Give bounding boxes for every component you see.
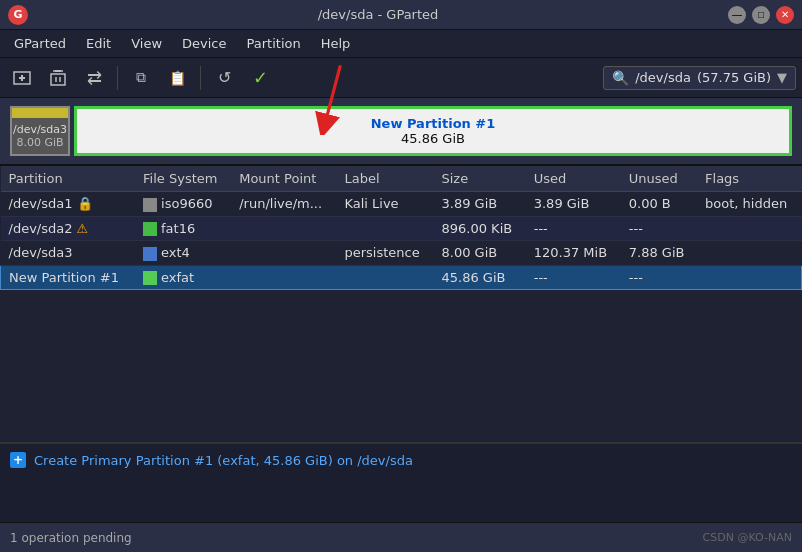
app-icon: G <box>8 5 28 25</box>
menu-view[interactable]: View <box>123 33 170 54</box>
minimize-button[interactable]: — <box>728 6 746 24</box>
cell-label <box>336 265 433 290</box>
titlebar: G /dev/sda - GParted — □ ✕ <box>0 0 802 30</box>
partition-table-body: /dev/sda1 🔒 iso9660 /run/live/m... Kali … <box>1 192 802 290</box>
cell-label <box>336 216 433 241</box>
menu-help[interactable]: Help <box>313 33 359 54</box>
cell-flags <box>697 241 801 266</box>
cell-used: 120.37 MiB <box>526 241 621 266</box>
table-row[interactable]: /dev/sda3 ext4 persistence 8.00 GiB 120.… <box>1 241 802 266</box>
close-button[interactable]: ✕ <box>776 6 794 24</box>
cell-size: 896.00 KiB <box>434 216 526 241</box>
ops-item-text: Create Primary Partition #1 (exfat, 45.8… <box>34 453 413 468</box>
fs-color-swatch <box>143 222 157 236</box>
delete-button[interactable] <box>42 63 74 93</box>
window-title: /dev/sda - GParted <box>28 7 728 22</box>
cell-filesystem: fat16 <box>135 216 231 241</box>
ops-add-icon: + <box>10 452 26 468</box>
cell-label: Kali Live <box>336 192 433 217</box>
svg-rect-3 <box>51 74 65 85</box>
status-text: 1 operation pending <box>10 531 132 545</box>
toolbar-separator-1 <box>117 66 118 90</box>
statusbar: 1 operation pending CSDN @KO-NAN <box>0 522 802 552</box>
cell-partition: /dev/sda1 🔒 <box>1 192 136 217</box>
col-header-flags: Flags <box>697 166 801 192</box>
part-large-name: New Partition #1 <box>371 116 496 131</box>
cell-flags: boot, hidden <box>697 192 801 217</box>
menu-gparted[interactable]: GParted <box>6 33 74 54</box>
menu-edit[interactable]: Edit <box>78 33 119 54</box>
partition-warning-icon: 🔒 <box>77 196 93 211</box>
col-header-unused: Unused <box>621 166 697 192</box>
cell-used: --- <box>526 216 621 241</box>
col-header-label: Label <box>336 166 433 192</box>
device-name: /dev/sda <box>635 70 691 85</box>
table-row[interactable]: New Partition #1 exfat 45.86 GiB --- --- <box>1 265 802 290</box>
table-row[interactable]: /dev/sda1 🔒 iso9660 /run/live/m... Kali … <box>1 192 802 217</box>
device-selector[interactable]: 🔍 /dev/sda (57.75 GiB) ▼ <box>603 66 796 90</box>
cell-flags <box>697 216 801 241</box>
toolbar-separator-2 <box>200 66 201 90</box>
col-header-filesystem: File System <box>135 166 231 192</box>
menu-partition[interactable]: Partition <box>239 33 309 54</box>
table-row[interactable]: /dev/sda2 ⚠ fat16 896.00 KiB --- --- <box>1 216 802 241</box>
copy-button[interactable]: ⧉ <box>125 63 157 93</box>
resize-move-button[interactable]: ⇄ <box>78 63 110 93</box>
cell-filesystem: iso9660 <box>135 192 231 217</box>
cell-mount: /run/live/m... <box>231 192 336 217</box>
menu-device[interactable]: Device <box>174 33 234 54</box>
part-small-name: /dev/sda3 <box>13 123 67 136</box>
col-header-used: Used <box>526 166 621 192</box>
cell-used: --- <box>526 265 621 290</box>
cell-unused: --- <box>621 265 697 290</box>
cell-mount <box>231 241 336 266</box>
cell-partition: New Partition #1 <box>1 265 136 290</box>
part-yellow-strip <box>12 108 68 118</box>
paste-button[interactable]: 📋 <box>161 63 193 93</box>
table-header-row: Partition File System Mount Point Label … <box>1 166 802 192</box>
cell-partition: /dev/sda2 ⚠ <box>1 216 136 241</box>
part-large-size: 45.86 GiB <box>401 131 465 146</box>
cell-mount <box>231 216 336 241</box>
col-header-size: Size <box>434 166 526 192</box>
cell-filesystem: ext4 <box>135 241 231 266</box>
device-size: (57.75 GiB) <box>697 70 771 85</box>
cell-mount <box>231 265 336 290</box>
cell-partition: /dev/sda3 <box>1 241 136 266</box>
operations-area: + Create Primary Partition #1 (exfat, 45… <box>0 442 802 522</box>
fs-color-swatch <box>143 247 157 261</box>
attribution-text: CSDN @KO-NAN <box>703 531 792 544</box>
cell-filesystem: exfat <box>135 265 231 290</box>
cell-flags <box>697 265 801 290</box>
apply-button[interactable]: ✓ <box>244 63 276 93</box>
partition-warning-icon: ⚠ <box>77 221 89 236</box>
disk-visual: /dev/sda3 8.00 GiB New Partition #1 45.8… <box>0 98 802 166</box>
cell-size: 8.00 GiB <box>434 241 526 266</box>
window-controls: — □ ✕ <box>728 6 794 24</box>
part-small-size: 8.00 GiB <box>16 136 63 149</box>
toolbar: ⇄ ⧉ 📋 ↺ ✓ 🔍 /dev/sda (57.75 GiB) ▼ <box>0 58 802 98</box>
cell-size: 45.86 GiB <box>434 265 526 290</box>
disk-part-new1[interactable]: New Partition #1 45.86 GiB <box>74 106 792 156</box>
part-gray-body: /dev/sda3 8.00 GiB <box>12 118 68 154</box>
cell-unused: --- <box>621 216 697 241</box>
col-header-partition: Partition <box>1 166 136 192</box>
partition-table-container: Partition File System Mount Point Label … <box>0 166 802 290</box>
cell-unused: 7.88 GiB <box>621 241 697 266</box>
partition-table: Partition File System Mount Point Label … <box>0 166 802 290</box>
disk-part-sda3[interactable]: /dev/sda3 8.00 GiB <box>10 106 70 156</box>
col-header-mountpoint: Mount Point <box>231 166 336 192</box>
fs-color-swatch <box>143 198 157 212</box>
menubar: GParted Edit View Device Partition Help <box>0 30 802 58</box>
cell-used: 3.89 GiB <box>526 192 621 217</box>
cell-size: 3.89 GiB <box>434 192 526 217</box>
operations-item: + Create Primary Partition #1 (exfat, 45… <box>10 452 792 468</box>
cell-unused: 0.00 B <box>621 192 697 217</box>
new-partition-button[interactable] <box>6 63 38 93</box>
device-dropdown-icon: ▼ <box>777 70 787 85</box>
undo-button[interactable]: ↺ <box>208 63 240 93</box>
fs-color-swatch <box>143 271 157 285</box>
device-search-icon: 🔍 <box>612 70 629 86</box>
cell-label: persistence <box>336 241 433 266</box>
maximize-button[interactable]: □ <box>752 6 770 24</box>
